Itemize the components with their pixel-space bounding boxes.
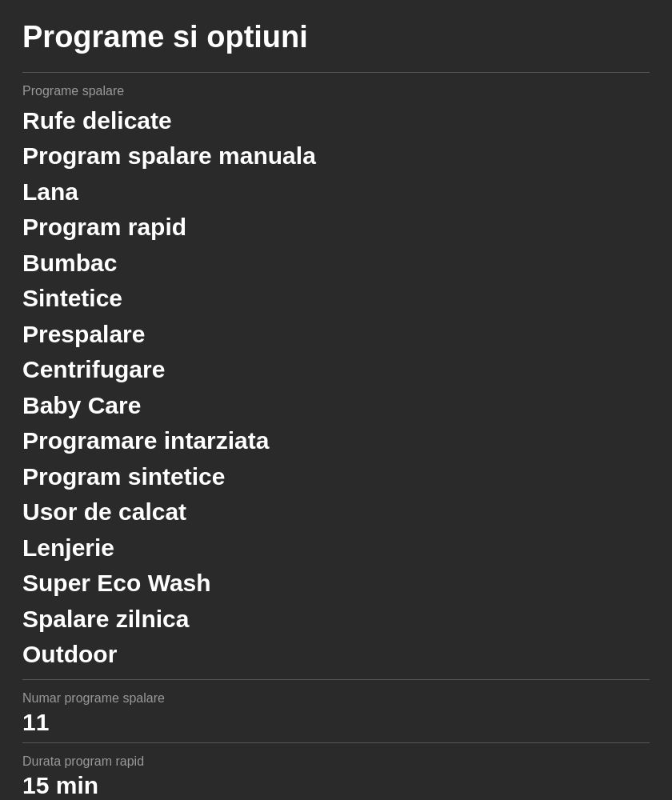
- rapid-duration-section: Durata program rapid 15 min: [22, 754, 650, 799]
- list-item: Lenjerie: [22, 530, 650, 566]
- list-item: Centrifugare: [22, 352, 650, 388]
- program-list: Rufe delicateProgram spalare manualaLana…: [22, 103, 650, 673]
- list-item: Usor de calcat: [22, 494, 650, 530]
- list-item: Rufe delicate: [22, 103, 650, 139]
- num-programs-value: 11: [22, 709, 650, 736]
- num-programs-section: Numar programe spalare 11: [22, 691, 650, 736]
- list-item: Spalare zilnica: [22, 602, 650, 638]
- programs-section-label: Programe spalare: [22, 84, 650, 98]
- list-item: Program spalare manuala: [22, 138, 650, 174]
- divider-top: [22, 72, 650, 73]
- num-programs-label: Numar programe spalare: [22, 691, 650, 706]
- list-item: Sintetice: [22, 281, 650, 317]
- list-item: Bumbac: [22, 246, 650, 282]
- list-item: Super Eco Wash: [22, 566, 650, 602]
- divider-mid1: [22, 679, 650, 680]
- rapid-duration-value: 15 min: [22, 772, 650, 799]
- list-item: Program rapid: [22, 210, 650, 246]
- page-title: Programe si optiuni: [22, 19, 650, 56]
- list-item: Outdoor: [22, 637, 650, 673]
- rapid-duration-label: Durata program rapid: [22, 754, 650, 769]
- list-item: Programare intarziata: [22, 423, 650, 459]
- programs-section: Programe spalare Rufe delicateProgram sp…: [22, 84, 650, 673]
- list-item: Baby Care: [22, 388, 650, 424]
- list-item: Prespalare: [22, 317, 650, 353]
- divider-mid2: [22, 742, 650, 743]
- list-item: Lana: [22, 174, 650, 210]
- list-item: Program sintetice: [22, 459, 650, 495]
